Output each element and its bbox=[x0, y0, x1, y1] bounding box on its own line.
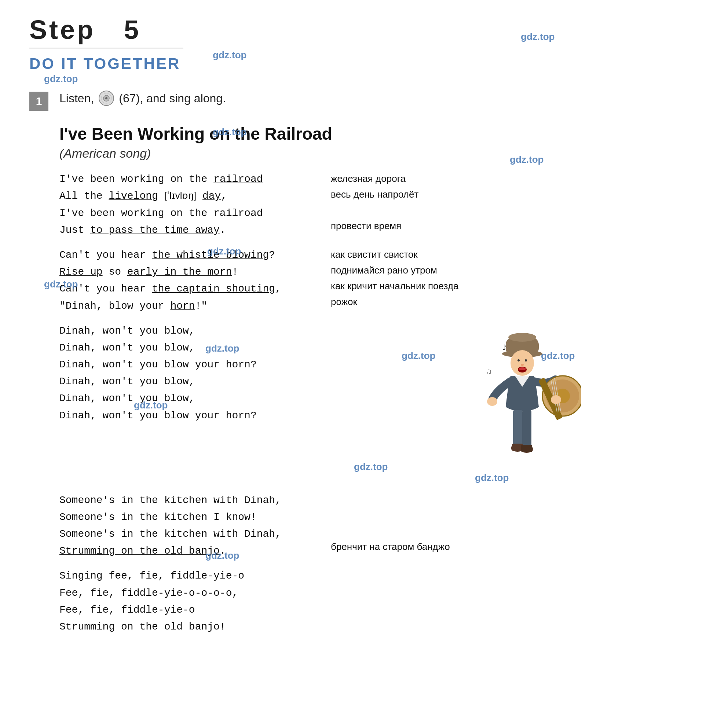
cowboy-illustration: ♪ ♫ bbox=[449, 323, 581, 484]
translation-line: железная дорога bbox=[331, 171, 699, 187]
lyric-line: Someone's in the kitchen I know! bbox=[59, 509, 316, 526]
lyric-line: Someone's in the kitchen with Dinah, bbox=[59, 492, 316, 509]
svg-point-10 bbox=[517, 359, 520, 362]
step-number: 5 bbox=[124, 15, 141, 44]
lyric-line: Fee, fie, fiddle-yie-o bbox=[59, 601, 699, 619]
svg-text:♪: ♪ bbox=[502, 341, 507, 352]
watermark-3: gdz.top bbox=[44, 73, 78, 85]
cd-icon bbox=[98, 90, 114, 106]
exercise-number: 1 bbox=[29, 92, 48, 111]
stanza-2-right: как свистит свисток поднимайся рано утро… bbox=[316, 247, 699, 314]
title-divider bbox=[29, 48, 183, 48]
svg-point-11 bbox=[525, 359, 527, 362]
lyric-line: Singing fee, fie, fiddle-yie-o bbox=[59, 568, 699, 584]
watermark-7: gdz.top bbox=[44, 278, 78, 290]
lyric-line: I've been working on the railroad bbox=[59, 205, 316, 222]
stanza-2: Can't you hear the whistle blowing? Rise… bbox=[59, 247, 699, 314]
stanza-1-right: железная дорога весь день напролёт прове… bbox=[316, 171, 699, 239]
lyric-line: "Dinah, blow your horn!" bbox=[59, 298, 316, 314]
stanza-2-left: Can't you hear the whistle blowing? Rise… bbox=[59, 247, 316, 314]
translation-line bbox=[331, 492, 699, 508]
svg-rect-13 bbox=[513, 410, 522, 447]
lyric-line: Dinah, won't you blow your horn? bbox=[59, 407, 316, 424]
translation-line: как свистит свисток bbox=[331, 247, 699, 263]
svg-point-19 bbox=[487, 397, 497, 406]
lyric-line: Someone's in the kitchen with Dinah, bbox=[59, 526, 316, 542]
stanza-1-left: I've been working on the railroad All th… bbox=[59, 171, 316, 239]
svg-text:♫: ♫ bbox=[485, 366, 492, 376]
watermark-4: gdz.top bbox=[213, 127, 247, 138]
translation-line: провести время bbox=[331, 218, 699, 234]
svg-point-2 bbox=[105, 97, 107, 100]
translation-line: рожок bbox=[331, 294, 699, 310]
lyric-line: Can't you hear the captain shouting, bbox=[59, 280, 316, 297]
svg-point-9 bbox=[519, 367, 526, 370]
translation-line: бренчит на старом банджо bbox=[331, 539, 699, 555]
watermark-9: gdz.top bbox=[402, 350, 435, 362]
translation-line bbox=[331, 523, 699, 539]
svg-point-27 bbox=[551, 395, 561, 404]
watermark-12: gdz.top bbox=[354, 461, 388, 473]
watermark-13: gdz.top bbox=[475, 472, 509, 483]
lyric-line: Fee, fie, fiddle-yie-o-o-o-o, bbox=[59, 585, 699, 601]
step-label: Step bbox=[29, 15, 95, 44]
song-subtitle: (American song) bbox=[59, 146, 699, 161]
lyric-line: Dinah, won't you blow, bbox=[59, 373, 316, 390]
listen-instruction: Listen, (67), and sing along. bbox=[59, 90, 699, 106]
translation-line: поднимайся рано утром bbox=[331, 263, 699, 278]
watermark-2: gdz.top bbox=[521, 31, 555, 43]
stanza-4: Someone's in the kitchen with Dinah, Som… bbox=[59, 492, 699, 560]
stanza-1: I've been working on the railroad All th… bbox=[59, 171, 699, 239]
watermark-8: gdz.top bbox=[205, 343, 239, 354]
watermark-14: gdz.top bbox=[205, 550, 239, 561]
lyric-line: Just to pass the time away. bbox=[59, 222, 316, 239]
lyric-line: All the livelong [ˈlɪvlɒŋ] day, bbox=[59, 188, 316, 205]
lyric-line: I've been working on the railroad bbox=[59, 171, 316, 188]
lyric-line: Rise up so early in the morn! bbox=[59, 264, 316, 280]
lyric-line: Strumming on the old banjo! bbox=[59, 619, 699, 635]
watermark-10: gdz.top bbox=[541, 350, 575, 362]
lyric-line: Dinah, won't you blow, bbox=[59, 339, 316, 356]
svg-point-6 bbox=[508, 333, 536, 342]
stanza-4-left: Someone's in the kitchen with Dinah, Som… bbox=[59, 492, 316, 560]
svg-rect-14 bbox=[522, 410, 532, 447]
translation-line: весь день напролёт bbox=[331, 187, 699, 202]
illustration-area: ♪ ♫ bbox=[316, 323, 699, 484]
watermark-6: gdz.top bbox=[207, 246, 241, 257]
exercise-row: 1 Listen, (67), and sing along. bbox=[29, 90, 699, 117]
watermark-5: gdz.top bbox=[510, 154, 543, 165]
song-title: I've Been Working on the Railroad bbox=[59, 124, 699, 144]
instruction-text: Listen, bbox=[59, 92, 94, 105]
section-title: DO IT TOGETHER bbox=[29, 55, 699, 73]
watermark-1: gdz.top bbox=[213, 49, 247, 61]
svg-rect-18 bbox=[521, 445, 532, 452]
lyric-line: Dinah, won't you blow, bbox=[59, 323, 316, 339]
lyric-line: Dinah, won't you blow, bbox=[59, 390, 316, 407]
step-title: Step 5 bbox=[29, 14, 699, 45]
lyric-line: Strumming on the old banjo. bbox=[59, 542, 316, 560]
stanza-3-left: Dinah, won't you blow, Dinah, won't you … bbox=[59, 323, 316, 484]
lyric-line: Can't you hear the whistle blowing? bbox=[59, 247, 316, 264]
stanza-4-right: бренчит на старом банджо bbox=[316, 492, 699, 560]
song-content: I've Been Working on the Railroad (Ameri… bbox=[59, 124, 699, 635]
svg-point-12 bbox=[521, 364, 524, 366]
track-text: (67), and sing along. bbox=[119, 92, 226, 105]
translation-line: как кричит начальник поезда bbox=[331, 278, 699, 294]
translation-line bbox=[331, 508, 699, 524]
translation-line bbox=[331, 202, 699, 218]
stanza-5: Singing fee, fie, fiddle-yie-o Fee, fie,… bbox=[59, 568, 699, 635]
watermark-11: gdz.top bbox=[134, 400, 168, 411]
lyric-line: Dinah, won't you blow your horn? bbox=[59, 356, 316, 373]
